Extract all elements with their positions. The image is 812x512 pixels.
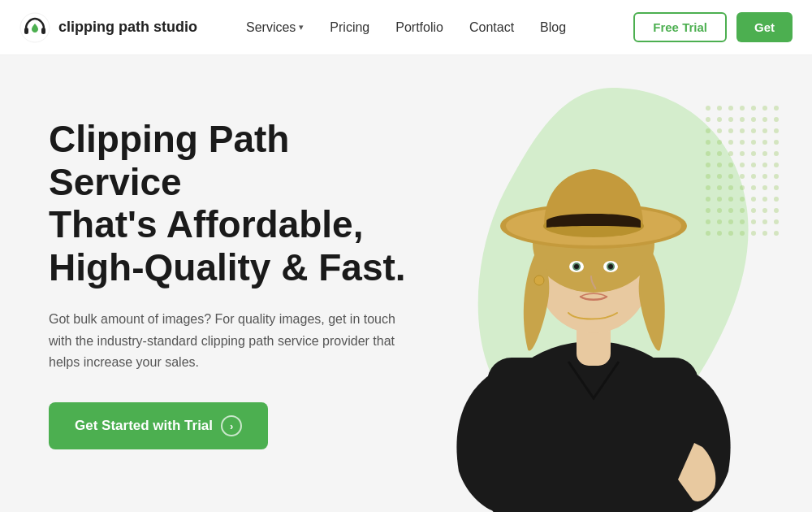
brand-name: clipping path studio bbox=[58, 19, 197, 36]
svg-point-79 bbox=[774, 219, 779, 224]
svg-rect-2 bbox=[41, 28, 45, 34]
hero-person-image bbox=[418, 81, 767, 512]
svg-point-44 bbox=[774, 163, 779, 167]
hero-section: Clipping Path Service That's Affordable,… bbox=[0, 55, 812, 512]
svg-point-51 bbox=[774, 174, 779, 179]
svg-point-58 bbox=[774, 185, 779, 190]
svg-point-65 bbox=[774, 197, 779, 202]
svg-point-97 bbox=[574, 264, 579, 269]
nav-blog[interactable]: Blog bbox=[540, 20, 566, 35]
hero-heading: Clipping Path Service That's Affordable,… bbox=[49, 118, 406, 290]
nav-portfolio[interactable]: Portfolio bbox=[395, 20, 443, 35]
site-header: clipping path studio Services ▾ Pricing … bbox=[0, 0, 812, 55]
svg-point-72 bbox=[774, 208, 779, 213]
logo-icon bbox=[19, 12, 50, 43]
svg-point-9 bbox=[774, 106, 779, 111]
svg-point-37 bbox=[774, 151, 779, 156]
hero-cta-button[interactable]: Get Started with Trial › bbox=[49, 402, 268, 449]
svg-point-30 bbox=[774, 140, 779, 145]
svg-point-100 bbox=[608, 264, 613, 269]
get-started-header-button[interactable]: Get bbox=[736, 12, 793, 42]
nav-contact[interactable]: Contact bbox=[469, 20, 514, 35]
free-trial-button[interactable]: Free Trial bbox=[633, 12, 727, 42]
svg-point-101 bbox=[534, 276, 544, 285]
hero-content: Clipping Path Service That's Affordable,… bbox=[0, 69, 455, 499]
svg-point-23 bbox=[774, 128, 779, 133]
svg-rect-1 bbox=[24, 28, 28, 34]
svg-point-86 bbox=[774, 231, 779, 236]
logo[interactable]: clipping path studio bbox=[19, 12, 197, 43]
header-actions: Free Trial Get bbox=[633, 12, 793, 42]
main-nav: Services ▾ Pricing Portfolio Contact Blo… bbox=[246, 20, 633, 35]
arrow-circle-icon: › bbox=[221, 415, 242, 436]
nav-services[interactable]: Services ▾ bbox=[246, 20, 304, 35]
chevron-down-icon: ▾ bbox=[299, 22, 304, 33]
nav-pricing[interactable]: Pricing bbox=[330, 20, 369, 35]
svg-point-16 bbox=[774, 117, 779, 122]
hero-description: Got bulk amount of images? For quality i… bbox=[49, 309, 406, 373]
